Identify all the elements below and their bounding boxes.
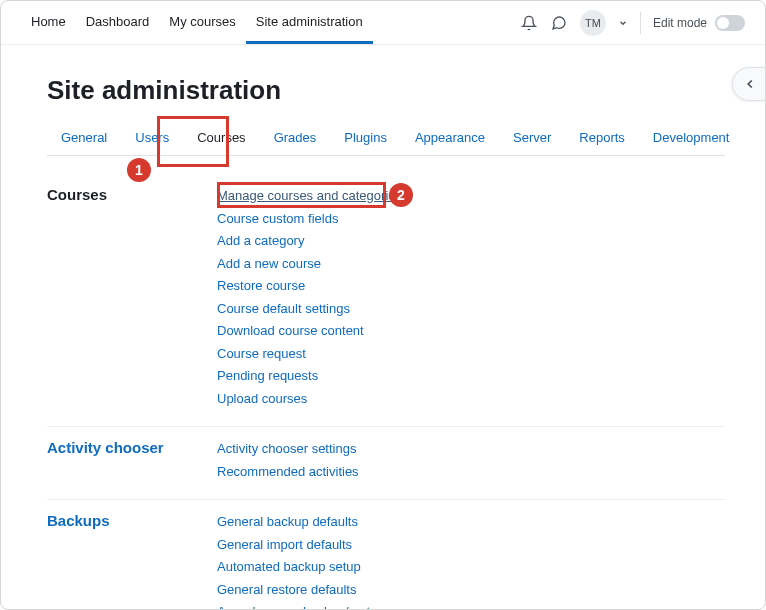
subtab-plugins[interactable]: Plugins [330, 120, 401, 155]
topnav-item-dashboard[interactable]: Dashboard [76, 2, 160, 44]
section-link[interactable]: Restore course [217, 276, 402, 296]
subtab-grades[interactable]: Grades [260, 120, 331, 155]
section-activity-chooser: Activity chooserActivity chooser setting… [47, 427, 725, 500]
topnav-right-cluster: TM Edit mode [520, 10, 745, 36]
section-link[interactable]: Course request [217, 344, 402, 364]
section-courses: CoursesManage courses and categoriesCour… [47, 174, 725, 427]
edit-mode-toggle[interactable] [715, 15, 745, 31]
section-link[interactable]: Course default settings [217, 299, 402, 319]
admin-subtabs: GeneralUsersCoursesGradesPluginsAppearan… [47, 120, 725, 156]
subtab-server[interactable]: Server [499, 120, 565, 155]
subtab-users[interactable]: Users [121, 120, 183, 155]
section-link[interactable]: General restore defaults [217, 580, 389, 600]
divider [640, 12, 641, 34]
section-link[interactable]: Asynchronous backup/restore [217, 602, 389, 610]
section-link[interactable]: Course custom fields [217, 209, 402, 229]
subtab-reports[interactable]: Reports [565, 120, 639, 155]
section-link[interactable]: Add a new course [217, 254, 402, 274]
topnav-primary-items: HomeDashboardMy coursesSite administrati… [21, 2, 373, 44]
section-link[interactable]: General backup defaults [217, 512, 389, 532]
section-link[interactable]: Recommended activities [217, 462, 359, 482]
top-navigation: HomeDashboardMy coursesSite administrati… [1, 1, 765, 45]
page-title: Site administration [47, 75, 725, 106]
section-link[interactable]: Upload courses [217, 389, 402, 409]
subtab-development[interactable]: Development [639, 120, 744, 155]
topnav-item-site-administration[interactable]: Site administration [246, 2, 373, 44]
drawer-collapse-button[interactable] [732, 67, 766, 101]
section-link[interactable]: Automated backup setup [217, 557, 389, 577]
user-avatar[interactable]: TM [580, 10, 606, 36]
section-title: Activity chooser [47, 439, 217, 481]
topnav-item-home[interactable]: Home [21, 2, 76, 44]
section-link[interactable]: Activity chooser settings [217, 439, 359, 459]
section-links: Manage courses and categoriesCourse cust… [217, 186, 402, 408]
section-link[interactable]: General import defaults [217, 535, 389, 555]
section-link[interactable]: Manage courses and categories [217, 186, 402, 206]
edit-mode-group: Edit mode [653, 15, 745, 31]
subtab-appearance[interactable]: Appearance [401, 120, 499, 155]
section-backups: BackupsGeneral backup defaultsGeneral im… [47, 500, 725, 610]
user-menu-toggle[interactable] [618, 18, 628, 28]
section-link[interactable]: Pending requests [217, 366, 402, 386]
subtab-general[interactable]: General [47, 120, 121, 155]
section-title: Courses [47, 186, 217, 408]
section-links: General backup defaultsGeneral import de… [217, 512, 389, 610]
main-content: Site administration GeneralUsersCoursesG… [1, 45, 765, 610]
section-link[interactable]: Download course content [217, 321, 402, 341]
messages-icon[interactable] [550, 14, 568, 32]
edit-mode-label: Edit mode [653, 16, 707, 30]
notifications-icon[interactable] [520, 14, 538, 32]
topnav-item-my-courses[interactable]: My courses [159, 2, 245, 44]
section-title: Backups [47, 512, 217, 610]
section-link[interactable]: Add a category [217, 231, 402, 251]
subtab-courses[interactable]: Courses [183, 120, 259, 155]
section-links: Activity chooser settingsRecommended act… [217, 439, 359, 481]
